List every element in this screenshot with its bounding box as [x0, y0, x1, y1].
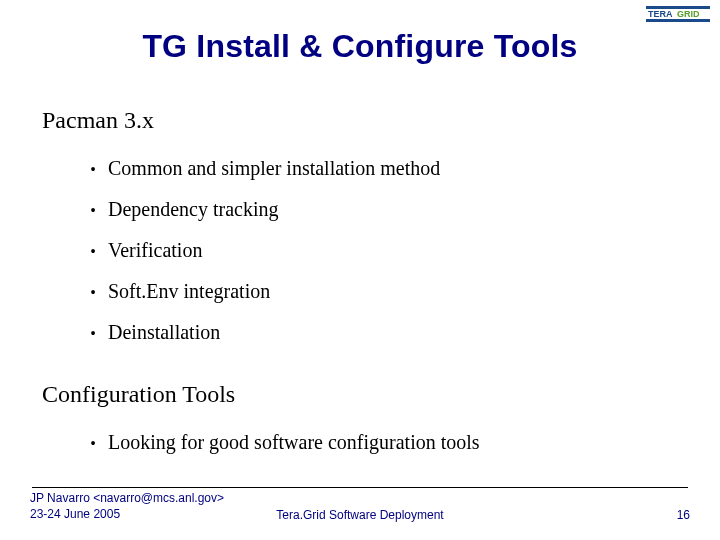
bullet-icon: • — [78, 202, 108, 220]
svg-text:TERA: TERA — [648, 9, 673, 19]
bullet-list-config: •Looking for good software configuration… — [78, 422, 720, 463]
list-item-text: Common and simpler installation method — [108, 157, 440, 180]
list-item-text: Dependency tracking — [108, 198, 278, 221]
list-item-text: Looking for good software configuration … — [108, 431, 480, 454]
footer-divider — [32, 487, 688, 488]
list-item-text: Deinstallation — [108, 321, 220, 344]
footer-page-number: 16 — [677, 508, 690, 522]
bullet-icon: • — [78, 435, 108, 453]
teragrid-logo-svg: TERA GRID — [646, 6, 710, 22]
list-item: •Verification — [78, 230, 720, 271]
svg-rect-1 — [646, 19, 710, 22]
teragrid-logo: TERA GRID — [646, 6, 710, 22]
list-item: •Looking for good software configuration… — [78, 422, 720, 463]
slide-title: TG Install & Configure Tools — [0, 28, 720, 65]
footer-author: JP Navarro <navarro@mcs.anl.gov> — [30, 490, 224, 506]
section-heading-config: Configuration Tools — [42, 381, 720, 408]
list-item: •Deinstallation — [78, 312, 720, 353]
bullet-icon: • — [78, 161, 108, 179]
list-item-text: Verification — [108, 239, 202, 262]
bullet-list-pacman: •Common and simpler installation method … — [78, 148, 720, 353]
list-item: •Soft.Env integration — [78, 271, 720, 312]
slide-footer: JP Navarro <navarro@mcs.anl.gov> 23-24 J… — [30, 487, 690, 522]
bullet-icon: • — [78, 284, 108, 302]
list-item: •Dependency tracking — [78, 189, 720, 230]
bullet-icon: • — [78, 325, 108, 343]
list-item: •Common and simpler installation method — [78, 148, 720, 189]
footer-date: 23-24 June 2005 — [30, 506, 224, 522]
footer-author-block: JP Navarro <navarro@mcs.anl.gov> 23-24 J… — [30, 490, 224, 522]
svg-text:GRID: GRID — [677, 9, 700, 19]
bullet-icon: • — [78, 243, 108, 261]
list-item-text: Soft.Env integration — [108, 280, 270, 303]
section-heading-pacman: Pacman 3.x — [42, 107, 720, 134]
